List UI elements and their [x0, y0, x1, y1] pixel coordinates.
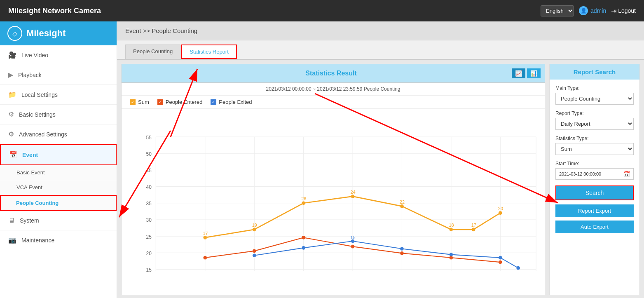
calendar-icon: 📅 [623, 171, 630, 177]
svg-text:18: 18 [449, 223, 454, 228]
chart-svg: 55 50 45 40 35 30 25 20 15 [138, 113, 541, 291]
topbar-right: English 👤 admin ⇥ Logout [541, 5, 636, 16]
svg-point-54 [400, 247, 404, 251]
topbar: Milesight Network Camera English 👤 admin… [0, 0, 644, 21]
logout-label: Logout [618, 7, 636, 14]
sidebar-item-maintenance[interactable]: 📷 Maintenance [0, 230, 117, 250]
svg-text:20: 20 [498, 206, 503, 211]
svg-point-43 [203, 256, 207, 260]
sidebar-item-label: Live Video [21, 52, 48, 59]
start-time-field[interactable]: 2021-03-12 00:00:00 📅 [555, 168, 634, 180]
svg-point-27 [203, 236, 207, 239]
svg-point-44 [253, 249, 256, 253]
live-video-icon: 🎥 [8, 51, 16, 59]
sidebar-item-advanced-settings[interactable]: ⚙ Advanced Settings [0, 124, 117, 144]
svg-point-45 [302, 236, 305, 239]
sidebar-item-label: Maintenance [21, 237, 54, 244]
statistics-type-select[interactable]: Sum Average [555, 143, 634, 155]
sidebar: ◇ Milesight 🎥 Live Video ▶ Playback 📁 Lo… [0, 21, 117, 298]
entered-checkbox[interactable]: ✓ [157, 99, 163, 105]
main-type-select[interactable]: People Counting [555, 93, 634, 105]
sidebar-logo: ◇ Milesight [0, 21, 117, 45]
svg-point-33 [472, 228, 475, 231]
svg-point-52 [351, 239, 355, 243]
statistics-type-group: Statistics Type: Sum Average [555, 136, 634, 155]
maintenance-icon: 📷 [8, 236, 16, 244]
sub-item-label: People Counting [16, 200, 59, 206]
sidebar-item-label: Playback [18, 72, 42, 78]
user-avatar-icon: 👤 [579, 6, 588, 15]
main-layout: ◇ Milesight 🎥 Live Video ▶ Playback 📁 Lo… [0, 21, 644, 298]
svg-point-32 [450, 228, 453, 231]
start-time-group: Start Time: 2021-03-12 00:00:00 📅 [555, 161, 634, 180]
svg-text:35: 35 [146, 201, 152, 206]
event-icon: 📅 [9, 151, 17, 159]
legend-sum: ✓ Sum [130, 99, 149, 105]
logout-icon: ⇥ [611, 7, 616, 15]
auto-export-button[interactable]: Auto Export [555, 221, 634, 233]
svg-text:25: 25 [146, 234, 152, 240]
svg-point-51 [302, 246, 305, 250]
language-select[interactable]: English [541, 5, 574, 16]
sidebar-item-system[interactable]: 🖥 System [0, 211, 117, 230]
svg-text:50: 50 [146, 151, 152, 157]
svg-point-57 [516, 266, 520, 270]
chart-legend: ✓ Sum ✓ People Entered ✓ People Exited [122, 96, 545, 109]
right-panel: Report Search Main Type: People Counting… [549, 64, 640, 295]
svg-point-30 [351, 195, 355, 198]
sidebar-sub-basic-event[interactable]: Basic Event [0, 165, 117, 180]
svg-text:55: 55 [146, 135, 152, 141]
svg-text:17: 17 [203, 231, 208, 236]
svg-text:19: 19 [252, 223, 257, 228]
system-icon: 🖥 [8, 217, 15, 224]
svg-point-49 [499, 260, 502, 264]
svg-text:24: 24 [351, 190, 356, 195]
sidebar-item-label: System [20, 217, 39, 224]
tabs-bar: People Counting Statistics Report [117, 40, 644, 60]
sidebar-item-local-settings[interactable]: 📁 Local Settings [0, 85, 117, 105]
tab-people-counting[interactable]: People Counting [125, 45, 180, 59]
sidebar-sub-people-counting[interactable]: People Counting [0, 195, 117, 211]
sum-checkbox[interactable]: ✓ [130, 99, 136, 105]
svg-text:15: 15 [146, 267, 152, 273]
report-export-button[interactable]: Report Export [555, 204, 634, 217]
sidebar-sub-vca-event[interactable]: VCA Event [0, 180, 117, 195]
report-type-group: Report Type: Daily Report Weekly Report … [555, 110, 634, 130]
svg-point-29 [302, 201, 305, 205]
basic-settings-icon: ⚙ [8, 110, 14, 118]
svg-point-28 [253, 228, 256, 231]
main-type-label: Main Type: [555, 85, 634, 91]
sidebar-item-playback[interactable]: ▶ Playback [0, 65, 117, 85]
right-panel-header: Report Search [550, 64, 639, 80]
exited-checkbox[interactable]: ✓ [211, 99, 216, 105]
svg-point-55 [450, 253, 453, 256]
svg-text:40: 40 [146, 184, 152, 190]
user-area: 👤 admin [579, 6, 606, 15]
logout-button[interactable]: ⇥ Logout [611, 7, 636, 15]
app-title: Milesight Network Camera [8, 7, 101, 15]
chart-subtitle: 2021/03/12 00:00:00 ~ 2021/03/12 23:59:5… [122, 83, 545, 96]
sidebar-item-basic-settings[interactable]: ⚙ Basic Settings [0, 105, 117, 124]
line-chart-button[interactable]: 📈 [512, 68, 525, 78]
bar-chart-button[interactable]: 📊 [527, 68, 541, 78]
sidebar-item-live-video[interactable]: 🎥 Live Video [0, 45, 117, 65]
logo-icon: ◇ [7, 26, 22, 41]
page-content: Statistics Result 📈 📊 2021/03/12 00:00:0… [117, 60, 644, 298]
sidebar-sub-menu: Basic Event VCA Event People Counting [0, 165, 117, 211]
tab-statistics-report[interactable]: Statistics Report [181, 45, 237, 59]
report-type-select[interactable]: Daily Report Weekly Report Monthly Repor… [555, 118, 634, 130]
sidebar-item-label: Basic Settings [19, 111, 56, 118]
sidebar-item-label: Local Settings [21, 92, 58, 98]
sidebar-item-label: Event [22, 152, 38, 158]
playback-icon: ▶ [8, 71, 13, 79]
svg-point-46 [351, 245, 355, 249]
right-panel-body: Main Type: People Counting Report Type: … [550, 80, 639, 239]
chart-header: Statistics Result 📈 📊 [122, 64, 545, 83]
chart-type-buttons: 📈 📊 [512, 68, 541, 78]
search-button[interactable]: Search [555, 185, 634, 200]
svg-text:45: 45 [146, 168, 152, 174]
legend-exited: ✓ People Exited [211, 99, 252, 105]
legend-entered: ✓ People Entered [157, 99, 203, 105]
chart-area: Statistics Result 📈 📊 2021/03/12 00:00:0… [121, 64, 545, 295]
sidebar-item-event[interactable]: 📅 Event [0, 144, 117, 165]
